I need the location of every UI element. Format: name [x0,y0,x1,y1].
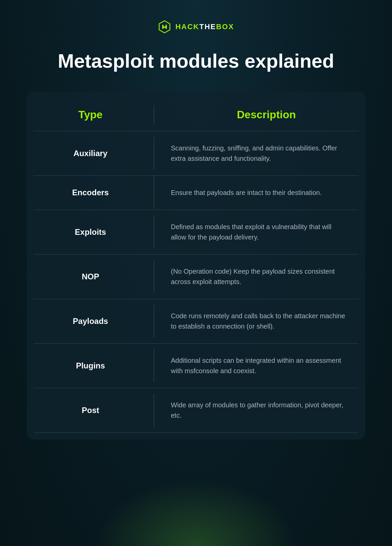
row-type-nop: NOP [27,272,154,281]
col-type-header: Type [27,109,154,121]
row-desc-payloads: Code runs remotely and calls back to the… [154,311,365,332]
row-type-encoders: Encoders [27,188,154,197]
row-desc-post: Wide array of modules to gather informat… [154,400,365,421]
row-desc-auxiliary: Scanning, fuzzing, sniffing, and admin c… [154,143,365,164]
row-type-post: Post [27,406,154,415]
svg-rect-3 [162,26,167,28]
page-title: Metasploit modules explained [58,50,334,72]
table-row: ExploitsDefined as modules that exploit … [27,210,365,254]
table-row: PluginsAdditional scripts can be integra… [27,344,365,388]
row-desc-nop: (No Operation code) Keep the payload siz… [154,266,365,287]
table-row: PayloadsCode runs remotely and calls bac… [27,299,365,343]
row-type-auxiliary: Auxiliary [27,149,154,158]
modules-card: Type Description AuxiliaryScanning, fuzz… [27,92,365,439]
table-body: AuxiliaryScanning, fuzzing, sniffing, an… [27,131,365,433]
table-row: PostWide array of modules to gather info… [27,388,365,432]
row-type-exploits: Exploits [27,227,154,237]
logo-the: THE [199,22,216,31]
htb-logo-icon [158,20,171,33]
row-type-plugins: Plugins [27,361,154,370]
table-row: NOP(No Operation code) Keep the payload … [27,255,365,299]
row-type-payloads: Payloads [27,317,154,326]
table-header: Type Description [27,98,365,131]
logo-box: BOX [216,22,234,31]
logo-hack: HACK [175,22,199,31]
logo-text: HACKTHEBOX [175,22,234,31]
col-desc-header: Description [154,109,365,121]
table-row: EncodersEnsure that payloads are intact … [27,176,365,210]
row-desc-exploits: Defined as modules that exploit a vulner… [154,222,365,243]
row-divider-6 [34,432,358,433]
table-row: AuxiliaryScanning, fuzzing, sniffing, an… [27,131,365,176]
row-desc-plugins: Additional scripts can be integrated wit… [154,355,365,376]
header: HACKTHEBOX [158,20,234,33]
row-desc-encoders: Ensure that payloads are intact to their… [154,188,365,198]
